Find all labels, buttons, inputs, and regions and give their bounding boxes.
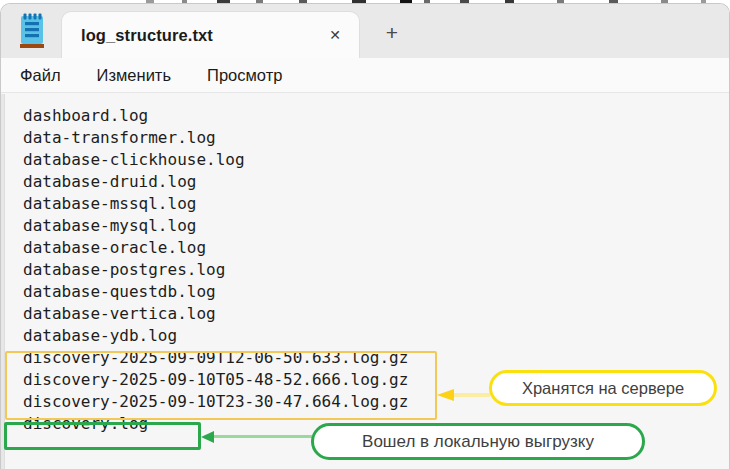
log-filename: database-oracle.log: [23, 237, 408, 259]
server-arrow-icon: [437, 389, 454, 401]
log-filename: database-mssql.log: [23, 193, 408, 215]
local-arrow-icon: [201, 431, 214, 443]
log-filename: data-transformer.log: [23, 127, 408, 149]
server-files-highlight-box: [5, 351, 437, 420]
close-tab-button[interactable]: ✕: [323, 23, 347, 47]
log-filename: database-mysql.log: [23, 215, 408, 237]
log-filename: database-clickhouse.log: [23, 149, 408, 171]
menu-item[interactable]: Файл: [20, 66, 61, 85]
server-callout: Хранятся на сервере: [489, 370, 717, 406]
local-connector-line: [212, 435, 312, 438]
menubar: ФайлИзменитьПросмотр: [1, 58, 729, 93]
server-connector-line: [453, 393, 490, 397]
log-filename: dashboard.log: [23, 105, 408, 127]
local-callout-label: Вошел в локальную выгрузку: [362, 432, 594, 452]
log-filename: database-questdb.log: [23, 281, 408, 303]
plus-icon: +: [386, 22, 398, 43]
screen: log_structure.txt ✕ + ФайлИзменитьПросмо…: [0, 0, 730, 469]
menu-item[interactable]: Просмотр: [207, 66, 282, 85]
log-filename: database-druid.log: [23, 171, 408, 193]
tab-title: log_structure.txt: [81, 12, 213, 58]
local-callout: Вошел в локальную выгрузку: [311, 423, 645, 460]
log-filename: database-postgres.log: [23, 259, 408, 281]
close-icon: ✕: [329, 27, 341, 43]
tab-log-structure[interactable]: log_structure.txt ✕: [62, 12, 359, 58]
menu-item[interactable]: Изменить: [97, 66, 171, 85]
server-callout-label: Хранятся на сервере: [522, 379, 684, 398]
titlebar[interactable]: log_structure.txt ✕ +: [1, 4, 729, 58]
log-filename: database-vertica.log: [23, 303, 408, 325]
new-tab-button[interactable]: +: [379, 19, 405, 45]
notepad-icon: [17, 13, 47, 51]
local-file-highlight-box: [4, 422, 201, 450]
log-filename: database-ydb.log: [23, 325, 408, 347]
